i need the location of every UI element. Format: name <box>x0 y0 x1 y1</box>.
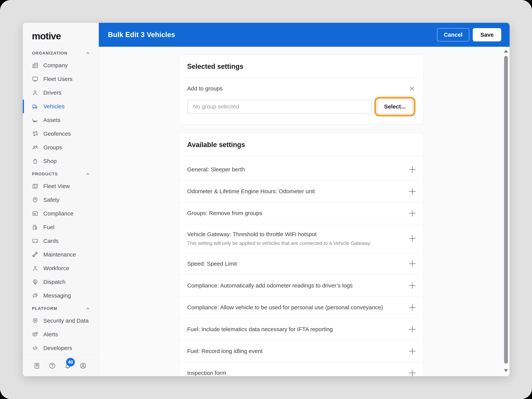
setting-row-fuel-record-long-idling-event: Fuel: Record long idling event <box>180 340 423 362</box>
workforce-icon <box>32 265 38 272</box>
sidebar-item-fleet-view[interactable]: Fleet View <box>23 179 99 193</box>
fleet-view-icon <box>32 183 38 190</box>
sidebar-item-fuel[interactable]: Fuel <box>23 220 99 234</box>
setting-row-label: Groups: Remove from groups <box>187 209 262 217</box>
setting-row-compliance-allow-vehicle-to-be-used-for-personal-use-personal-conveyance: Compliance: Allow vehicle to be used for… <box>180 296 423 318</box>
add-setting-button[interactable] <box>408 303 417 312</box>
sidebar-item-label: Shop <box>43 158 57 164</box>
sidebar-item-label: Fleet View <box>43 183 70 190</box>
developers-icon <box>32 345 38 351</box>
scrollbar-up-arrow[interactable] <box>504 50 508 53</box>
nav-section-label: PLATFORM <box>32 306 57 311</box>
sidebar-item-fleet-users[interactable]: Fleet Users <box>23 72 99 86</box>
safety-icon <box>32 197 38 203</box>
sidebar-item-drivers[interactable]: Drivers <box>23 86 99 100</box>
nav-section-label: PRODUCTS <box>32 171 58 177</box>
fleet-users-icon <box>32 76 38 82</box>
nav-section-organization[interactable]: ORGANIZATION <box>23 48 99 58</box>
sidebar-item-label: Dispatch <box>43 279 66 285</box>
sidebar-item-assets[interactable]: Assets <box>23 113 99 127</box>
sidebar-item-label: Fuel <box>43 224 54 230</box>
scrollbar-thumb[interactable] <box>504 56 508 364</box>
company-icon <box>32 62 38 69</box>
sidebar-item-messaging[interactable]: Messaging <box>23 289 99 303</box>
sidebar-item-label: Compliance <box>43 210 73 217</box>
select-group-button[interactable]: Select... <box>377 100 412 114</box>
shop-icon <box>32 158 38 164</box>
sidebar-item-label: Groups <box>43 144 62 151</box>
scrollbar-down-arrow[interactable] <box>504 369 508 372</box>
setting-row-groups-remove-from-groups: Groups: Remove from groups <box>180 202 423 224</box>
sidebar-item-label: Workforce <box>43 265 69 272</box>
header-actions: Cancel Save <box>437 28 501 41</box>
sidebar-item-groups[interactable]: Groups <box>23 141 99 154</box>
footer-button-help[interactable] <box>48 361 57 370</box>
setting-row-label: Odometer & Lifetime Engine Hours: Odomet… <box>187 188 315 195</box>
sidebar-nav: ORGANIZATION Company Fleet Users <box>23 47 99 355</box>
setting-row-description: This setting will only be applied to veh… <box>187 240 371 246</box>
add-setting-button[interactable] <box>408 325 417 334</box>
sidebar-item-label: Drivers <box>43 89 61 96</box>
sidebar-item-maintenance[interactable]: Maintenance <box>23 248 99 261</box>
sidebar-item-alerts[interactable]: Alerts <box>23 328 99 341</box>
sidebar-item-workforce[interactable]: Workforce <box>23 261 99 275</box>
nav-section-products[interactable]: PRODUCTS <box>23 169 99 179</box>
page-title: Bulk Edit 3 Vehicles <box>108 31 175 39</box>
plus-icon <box>408 209 417 218</box>
setting-row-speed-speed-limit: Speed: Speed Limit <box>180 253 423 275</box>
sidebar-item-geofences[interactable]: Geofences <box>23 127 99 141</box>
assets-icon <box>32 117 38 123</box>
cancel-button[interactable]: Cancel <box>437 28 469 41</box>
add-to-groups-label: Add to groups <box>187 85 223 92</box>
groups-icon <box>32 144 38 151</box>
selected-settings-card: Selected settings Add to groups Select..… <box>179 55 423 124</box>
add-setting-button[interactable] <box>408 187 417 196</box>
vertical-scrollbar <box>503 48 509 374</box>
plus-icon <box>408 303 417 312</box>
add-setting-button[interactable] <box>408 347 417 355</box>
setting-row-odometer-lifetime-engine-hours-odometer-unit: Odometer & Lifetime Engine Hours: Odomet… <box>180 180 423 202</box>
sidebar-item-label: Assets <box>43 117 60 123</box>
sidebar-item-compliance[interactable]: Compliance <box>23 207 99 220</box>
sidebar-item-security-and-data[interactable]: Security and Data <box>23 314 99 328</box>
plus-icon <box>408 187 417 196</box>
add-setting-button[interactable] <box>408 259 417 268</box>
sidebar-item-cards[interactable]: Cards <box>23 234 99 248</box>
vehicles-icon <box>32 103 38 110</box>
setting-row-fuel-include-telematics-data-necessary-for-ifta-reporting: Fuel: Include telematics data necessary … <box>180 318 423 340</box>
selected-settings-title: Selected settings <box>180 55 423 78</box>
setting-row-label: Speed: Speed Limit <box>187 260 237 267</box>
sidebar-item-label: Fleet Users <box>43 76 72 82</box>
sidebar-item-developers[interactable]: Developers <box>23 341 99 355</box>
remove-setting-button[interactable] <box>408 85 416 92</box>
sidebar-item-safety[interactable]: Safety <box>23 193 99 207</box>
save-button[interactable]: Save <box>473 28 501 41</box>
sidebar-item-company[interactable]: Company <box>23 58 99 72</box>
group-input[interactable] <box>187 100 372 114</box>
add-setting-button[interactable] <box>408 209 417 218</box>
chevron-up-icon <box>85 51 90 56</box>
add-setting-button[interactable] <box>408 234 417 243</box>
sidebar-item-dispatch[interactable]: Dispatch <box>23 275 99 289</box>
add-setting-button[interactable] <box>408 165 417 174</box>
messaging-icon <box>32 292 38 299</box>
sidebar-item-vehicles[interactable]: Vehicles <box>23 100 99 113</box>
footer-button-notifications[interactable]: 40 <box>63 361 72 370</box>
setting-row-general-sleeper-berth: General: Sleeper berth <box>180 159 423 180</box>
selected-setting: Add to groups Select... <box>180 78 423 124</box>
footer-button-account[interactable] <box>79 361 87 370</box>
nav-section-label: ORGANIZATION <box>32 51 67 56</box>
sidebar-item-label: Geofences <box>43 131 71 137</box>
dispatch-icon <box>32 279 38 285</box>
add-setting-button[interactable] <box>408 369 417 376</box>
setting-row-compliance-automatically-add-odometer-readings-to-driver-s-logs: Compliance: Automatically add odometer r… <box>180 275 423 296</box>
setting-row-label: Fuel: Record long idling event <box>187 348 263 355</box>
sidebar-item-label: Cards <box>43 238 58 244</box>
plus-icon <box>408 369 417 376</box>
sidebar-item-shop[interactable]: Shop <box>23 154 99 168</box>
footer-button-guide[interactable] <box>33 361 41 370</box>
nav-section-platform[interactable]: PLATFORM <box>23 303 99 314</box>
available-settings-list: General: Sleeper berth Odometer & <box>180 156 423 376</box>
add-setting-button[interactable] <box>408 281 417 290</box>
alerts-icon <box>32 331 38 338</box>
